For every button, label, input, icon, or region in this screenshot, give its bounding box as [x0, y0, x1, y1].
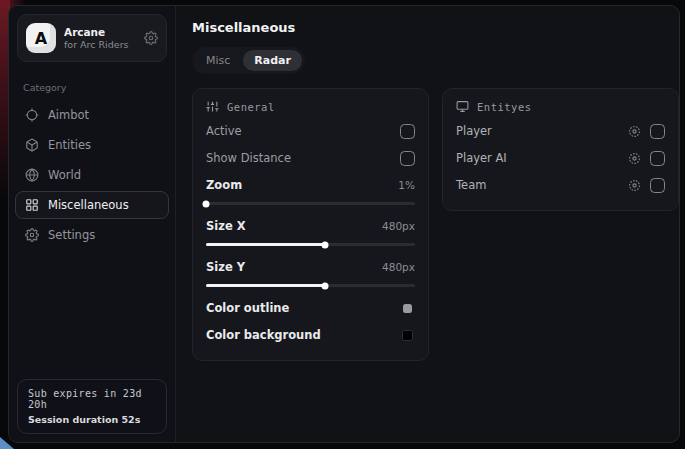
size-x-value: 480px [382, 220, 415, 232]
player-checkbox[interactable] [650, 124, 665, 139]
sidebar-item-aimbot[interactable]: Aimbot [15, 101, 169, 129]
tab-bar: Misc Radar [192, 47, 305, 74]
app-window: A Arcane for Arc Riders Category Aimbot [8, 5, 680, 443]
entities-panel-header: Entityes [456, 100, 665, 113]
size-x-label: Size X [206, 219, 246, 233]
player-ai-checkbox[interactable] [650, 151, 665, 166]
size-x-slider-fill [206, 243, 325, 246]
team-settings-gear-icon[interactable] [628, 179, 641, 192]
color-background-row: Color background [206, 323, 415, 347]
sidebar-item-label: Miscellaneous [48, 198, 129, 212]
entities-panel-title: Entityes [477, 101, 532, 113]
size-y-slider[interactable] [206, 284, 415, 287]
sub-expiry-text: Sub expires in 23d 20h [28, 388, 156, 410]
active-checkbox[interactable] [400, 124, 415, 139]
globe-icon [25, 168, 39, 182]
zoom-label: Zoom [206, 178, 242, 192]
player-ai-settings-gear-icon[interactable] [628, 152, 641, 165]
zoom-value: 1% [398, 179, 415, 191]
tab-radar[interactable]: Radar [243, 50, 302, 71]
player-row: Player [456, 119, 665, 143]
logo-card: A Arcane for Arc Riders [17, 14, 167, 62]
zoom-slider[interactable] [206, 202, 415, 205]
size-x-slider-thumb[interactable] [322, 241, 329, 248]
sidebar-item-miscellaneous[interactable]: Miscellaneous [15, 191, 169, 219]
sidebar-item-label: World [48, 168, 81, 182]
show-distance-checkbox[interactable] [400, 151, 415, 166]
active-label: Active [206, 124, 242, 138]
show-distance-label: Show Distance [206, 151, 291, 165]
player-settings-gear-icon[interactable] [628, 125, 641, 138]
size-y-label: Size Y [206, 260, 245, 274]
color-background-label: Color background [206, 328, 321, 342]
size-x-row: Size X 480px [206, 214, 415, 238]
player-ai-row: Player AI [456, 146, 665, 170]
general-panel-header: General [206, 100, 415, 113]
session-duration-text: Session duration 52s [28, 414, 156, 425]
sidebar-nav: Aimbot Entities World [9, 101, 175, 249]
gear-icon [25, 228, 39, 242]
monitor-icon [456, 100, 469, 113]
sidebar-item-settings[interactable]: Settings [15, 221, 169, 249]
sliders-icon [206, 100, 219, 113]
app-name: Arcane [64, 26, 136, 39]
player-label: Player [456, 124, 492, 138]
player-ai-label: Player AI [456, 151, 507, 165]
color-outline-swatch[interactable] [403, 304, 412, 313]
cube-icon [25, 138, 39, 152]
settings-gear-icon[interactable] [144, 31, 158, 45]
category-label: Category [23, 82, 161, 93]
app-subtitle: for Arc Riders [64, 39, 136, 51]
team-checkbox[interactable] [650, 178, 665, 193]
app-logo: A [26, 23, 56, 53]
sidebar-item-label: Settings [48, 228, 95, 242]
color-outline-row: Color outline [206, 296, 415, 320]
sidebar-item-label: Aimbot [48, 108, 89, 122]
grid-icon [25, 198, 39, 212]
active-row: Active [206, 119, 415, 143]
size-y-slider-fill [206, 284, 325, 287]
zoom-row: Zoom 1% [206, 173, 415, 197]
tab-misc[interactable]: Misc [195, 50, 241, 71]
sidebar-item-world[interactable]: World [15, 161, 169, 189]
page-title: Miscellaneous [192, 20, 679, 35]
general-panel: General Active Show Distance Zoom 1% [192, 88, 429, 361]
color-outline-label: Color outline [206, 301, 289, 315]
zoom-slider-thumb[interactable] [203, 200, 210, 207]
sidebar: A Arcane for Arc Riders Category Aimbot [9, 6, 176, 442]
general-panel-title: General [227, 101, 275, 113]
size-y-slider-thumb[interactable] [322, 282, 329, 289]
sidebar-item-label: Entities [48, 138, 91, 152]
size-y-row: Size Y 480px [206, 255, 415, 279]
team-row: Team [456, 173, 665, 197]
color-background-swatch[interactable] [402, 330, 413, 341]
app-title-block: Arcane for Arc Riders [64, 26, 136, 51]
main-content: Miscellaneous Misc Radar General A [176, 6, 680, 442]
subscription-box: Sub expires in 23d 20h Session duration … [17, 379, 167, 434]
panels-row: General Active Show Distance Zoom 1% [192, 88, 679, 361]
team-label: Team [456, 178, 486, 192]
size-y-value: 480px [382, 261, 415, 273]
size-x-slider[interactable] [206, 243, 415, 246]
crosshair-icon [25, 108, 39, 122]
entities-panel: Entityes Player Player AI [442, 88, 679, 211]
show-distance-row: Show Distance [206, 146, 415, 170]
sidebar-item-entities[interactable]: Entities [15, 131, 169, 159]
